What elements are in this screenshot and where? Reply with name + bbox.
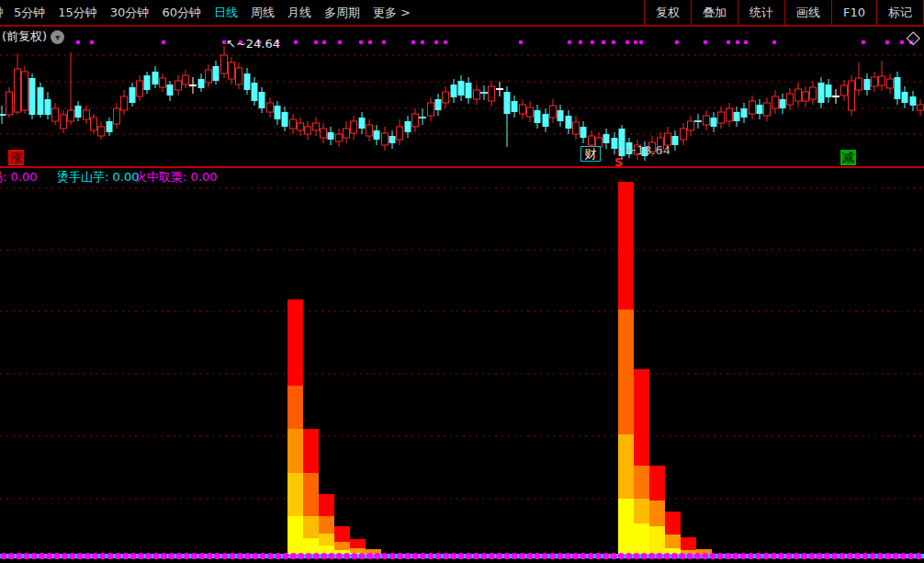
cai-badge: 财 [580,146,601,162]
chevron-down-icon[interactable]: ▾ [51,30,64,44]
indicator-label-1: 烫手山芋: 0.00 [57,169,139,184]
diamond-icon[interactable]: ◇ [907,26,920,48]
high-price-annotation: ↖~24.64 [226,37,280,51]
indicator-value-row: 码: 0.00烫手山芋: 0.00火中取栗: 0.00 [0,169,924,184]
kline-and-indicator-chart [0,0,924,563]
sell-signal-marker: ↑ S [614,150,623,167]
fall-badge: 减 [840,150,856,165]
indicator-label-0: 码: 0.00 [0,169,37,184]
trading-app-window: 钟 5分钟15分钟30分钟60分钟日线周线月线多周期更多 > 复权叠加统计画线F… [0,0,924,563]
panel-divider-line [0,166,924,168]
adjust-mode-header: (前复权) ▾ [2,28,64,45]
indicator-label-2: 火中取栗: 0.00 [135,169,217,184]
adjust-mode-label: (前复权) [2,28,47,45]
low-price-annotation: ←18.64 [626,143,670,157]
rise-badge: 涨 [8,150,24,165]
